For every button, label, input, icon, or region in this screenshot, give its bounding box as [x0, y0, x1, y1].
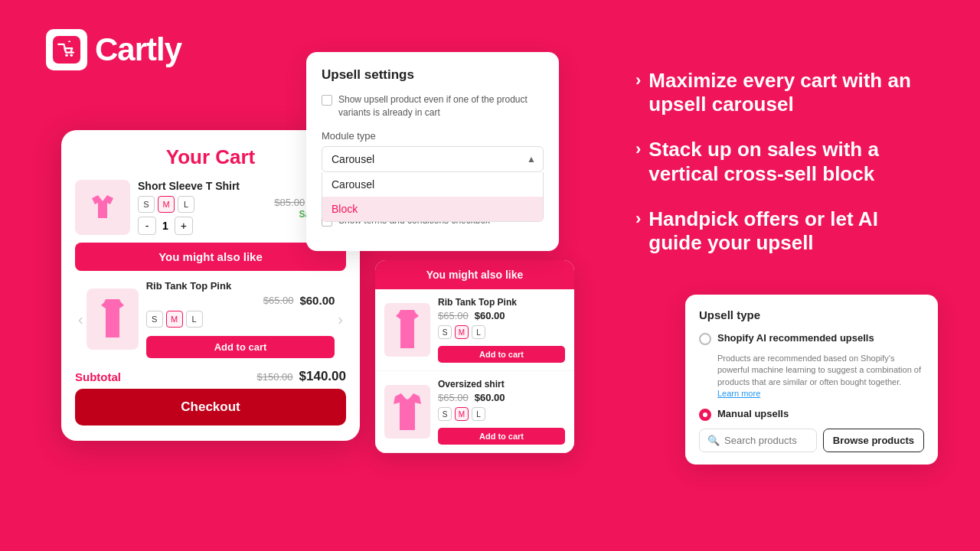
- chevron-icon-1: ›: [635, 70, 641, 90]
- cart-item-name: Short Sleeve T Shirt: [138, 180, 266, 192]
- block-size-s-2[interactable]: S: [438, 407, 452, 421]
- checkout-button[interactable]: Checkout: [75, 389, 346, 425]
- browse-products-button[interactable]: Browse products: [823, 429, 924, 452]
- svg-point-2: [70, 54, 74, 57]
- carousel-next[interactable]: ›: [335, 308, 346, 331]
- carousel-size-l[interactable]: L: [186, 311, 203, 328]
- block-size-s-1[interactable]: S: [438, 325, 452, 339]
- tank-top-icon: [98, 299, 127, 339]
- block-upsell-panel: You might also like Rib Tank Top Pink $6…: [375, 260, 574, 453]
- block-product-1-prices: $65.00 $60.00: [438, 310, 565, 321]
- item-old-price: $85.00: [274, 197, 305, 208]
- carousel-size-s[interactable]: S: [146, 311, 163, 328]
- block-shirt-icon-2: [390, 390, 424, 433]
- logo-icon: [46, 29, 87, 70]
- block-product-1-name: Rib Tank Top Pink: [438, 297, 565, 308]
- module-type-dropdown[interactable]: Carousel ▲ Carousel Block: [322, 146, 544, 172]
- size-s[interactable]: S: [138, 196, 155, 213]
- tagline-1: › Maximize every cart with an upsell car…: [635, 69, 934, 116]
- block-product-2-prices: $65.00 $60.00: [438, 392, 565, 403]
- qty-row: - 1 +: [138, 217, 266, 235]
- subtotal-new: $140.00: [299, 369, 346, 384]
- carousel-product-image: [87, 289, 139, 350]
- qty-increase[interactable]: +: [175, 217, 193, 235]
- block-product-2-old: $65.00: [438, 392, 469, 403]
- qty-value: 1: [162, 220, 168, 232]
- logo-text: Cartly: [95, 31, 181, 68]
- tshirt-icon: [86, 191, 119, 224]
- block-add-to-cart-2[interactable]: Add to cart: [438, 428, 565, 445]
- subtotal-row: Subtotal $150.00 $140.00: [75, 369, 346, 384]
- carousel-size-buttons: S M L: [146, 311, 335, 328]
- block-product-1-image: [384, 303, 430, 357]
- search-row: 🔍 Browse products: [699, 429, 924, 452]
- search-input-wrap[interactable]: 🔍: [699, 429, 817, 452]
- block-size-l-2[interactable]: L: [472, 407, 485, 421]
- carousel-size-m[interactable]: M: [166, 311, 183, 328]
- taglines-section: › Maximize every cart with an upsell car…: [635, 69, 934, 276]
- cart-title: Your Cart: [75, 145, 346, 169]
- upsell-type-panel: Upsell type Shopify AI recommended upsel…: [685, 295, 938, 465]
- dropdown-selected[interactable]: Carousel: [322, 146, 544, 172]
- manual-option-label: Manual upsells: [717, 408, 789, 419]
- manual-radio[interactable]: [699, 409, 711, 421]
- carousel-new-price: $60.00: [299, 294, 335, 307]
- upsell-checkbox[interactable]: [322, 95, 332, 106]
- carousel-add-to-cart[interactable]: Add to cart: [146, 336, 335, 358]
- tagline-2: › Stack up on sales with a vertical cros…: [635, 138, 934, 185]
- ai-option-desc: Products are recommended based on Shopif…: [717, 353, 924, 400]
- cart-item-details: Short Sleeve T Shirt S M L - 1 +: [138, 180, 266, 235]
- option-block[interactable]: Block: [322, 197, 543, 221]
- tagline-3: › Handpick offers or let AI guide your u…: [635, 207, 934, 255]
- cartly-logo-svg: [53, 36, 80, 64]
- size-m[interactable]: M: [158, 196, 175, 213]
- upsell-checkbox-row: Show upsell product even if one of the p…: [322, 93, 544, 119]
- ai-option-label: Shopify AI recommended upsells: [717, 332, 874, 344]
- block-product-1-new: $60.00: [475, 310, 505, 321]
- carousel-price-row: $65.00 $60.00: [146, 294, 335, 307]
- block-product-1-old: $65.00: [438, 310, 469, 321]
- search-icon: 🔍: [707, 435, 720, 446]
- tagline-text-1: Maximize every cart with an upsell carou…: [648, 69, 934, 116]
- cart-item-row: Short Sleeve T Shirt S M L - 1 + $85.00 …: [75, 180, 346, 235]
- block-size-m-2[interactable]: M: [455, 407, 469, 421]
- size-l[interactable]: L: [178, 196, 194, 213]
- subtotal-label: Subtotal: [75, 370, 121, 383]
- option-carousel[interactable]: Carousel: [322, 172, 543, 197]
- block-size-m-1[interactable]: M: [455, 325, 469, 339]
- ai-radio[interactable]: [699, 333, 711, 345]
- settings-title: Upsell settings: [322, 67, 544, 83]
- carousel-product-info: Rib Tank Top Pink $65.00 $60.00 S M L Ad…: [146, 280, 335, 358]
- carousel-old-price: $65.00: [263, 295, 294, 306]
- carousel-area: ‹ Rib Tank Top Pink $65.00 $60.00 S M L …: [75, 277, 346, 361]
- cart-item-image: [75, 180, 130, 235]
- upsell-banner: You might also like: [75, 243, 346, 271]
- upsell-checkbox-label: Show upsell product even if one of the p…: [338, 93, 544, 119]
- block-product-2-info: Oversized shirt $65.00 $60.00 S M L Add …: [438, 379, 565, 445]
- subtotal-prices: $150.00 $140.00: [257, 369, 346, 384]
- manual-option-row[interactable]: Manual upsells: [699, 408, 924, 421]
- block-size-l-1[interactable]: L: [472, 325, 485, 339]
- svg-point-1: [65, 54, 68, 57]
- carousel-prev[interactable]: ‹: [75, 308, 87, 331]
- carousel-product: Rib Tank Top Pink $65.00 $60.00 S M L Ad…: [87, 277, 335, 361]
- svg-rect-0: [53, 36, 80, 64]
- block-product-2-name: Oversized shirt: [438, 379, 565, 390]
- tagline-text-2: Stack up on sales with a vertical cross-…: [648, 138, 934, 185]
- block-product-1: Rib Tank Top Pink $65.00 $60.00 S M L Ad…: [375, 289, 574, 371]
- block-product-1-sizes: S M L: [438, 325, 565, 339]
- learn-more-link[interactable]: Learn more: [717, 389, 760, 398]
- search-products-input[interactable]: [724, 429, 808, 452]
- block-product-2-new: $60.00: [475, 392, 505, 403]
- block-add-to-cart-1[interactable]: Add to cart: [438, 346, 565, 363]
- logo-area: Cartly: [46, 29, 181, 70]
- qty-decrease[interactable]: -: [138, 217, 156, 235]
- module-type-label: Module type: [322, 130, 544, 142]
- carousel-product-name: Rib Tank Top Pink: [146, 280, 335, 292]
- subtotal-old: $150.00: [257, 371, 293, 383]
- block-panel-header: You might also like: [375, 260, 574, 289]
- block-product-2-image: [384, 385, 430, 439]
- ai-option-row[interactable]: Shopify AI recommended upsells: [699, 332, 924, 345]
- block-product-1-info: Rib Tank Top Pink $65.00 $60.00 S M L Ad…: [438, 297, 565, 363]
- tagline-text-3: Handpick offers or let AI guide your ups…: [648, 207, 934, 255]
